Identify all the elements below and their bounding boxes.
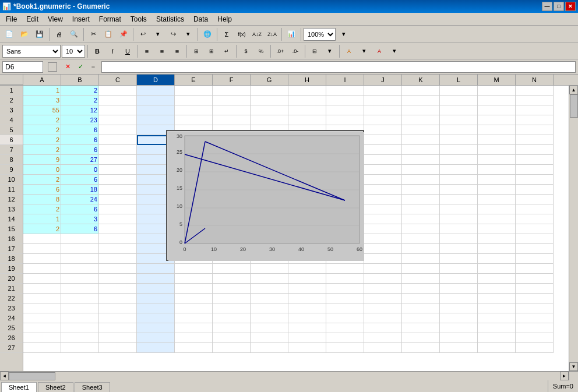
cell-J10[interactable]	[364, 175, 402, 185]
cell-N5[interactable]	[516, 125, 554, 135]
cell-G22[interactable]	[251, 294, 288, 303]
bg-color-dropdown[interactable]: ▾	[357, 44, 371, 58]
cell-A9[interactable]: 0	[23, 165, 61, 175]
cell-E1[interactable]	[175, 86, 213, 96]
col-header-J[interactable]: J	[364, 75, 402, 85]
cell-K1[interactable]	[402, 86, 440, 96]
fg-color-button[interactable]: A	[372, 44, 386, 58]
cell-J27[interactable]	[364, 343, 402, 353]
row-header-22[interactable]: 22	[0, 294, 23, 303]
wrap-button[interactable]: ↵	[220, 44, 234, 58]
cell-B1[interactable]: 2	[61, 86, 99, 96]
cell-E19[interactable]	[175, 264, 213, 274]
cell-M10[interactable]	[478, 175, 516, 185]
cell-G25[interactable]	[251, 323, 288, 333]
menu-item-statistics[interactable]: Statistics	[151, 14, 189, 24]
cell-M25[interactable]	[478, 323, 516, 333]
cell-D23[interactable]	[137, 303, 175, 313]
cell-L4[interactable]	[440, 115, 478, 125]
cell-C13[interactable]	[99, 204, 137, 214]
cell-F1[interactable]	[213, 86, 251, 96]
row-header-7[interactable]: 7	[0, 145, 23, 155]
zoom-selector[interactable]: 100% 75% 50% 150%	[304, 28, 336, 41]
cell-B19[interactable]	[61, 264, 99, 274]
cell-J4[interactable]	[364, 115, 402, 125]
cell-C2[interactable]	[99, 96, 137, 105]
cell-B26[interactable]	[61, 333, 99, 343]
cell-D3[interactable]	[137, 105, 175, 115]
cell-J16[interactable]	[364, 234, 402, 244]
cell-N6[interactable]	[516, 135, 554, 145]
cell-A25[interactable]	[23, 323, 61, 333]
cell-C11[interactable]	[99, 185, 137, 195]
new-button[interactable]: 📄	[2, 27, 16, 41]
col-header-E[interactable]: E	[175, 75, 213, 85]
cell-N27[interactable]	[516, 343, 554, 353]
undo-button[interactable]: ↩	[136, 27, 150, 41]
function-wizard-button[interactable]: =	[87, 61, 99, 73]
cell-A21[interactable]	[23, 284, 61, 294]
menu-item-file[interactable]: File	[1, 14, 22, 24]
cancel-formula-button[interactable]: ✕	[62, 61, 73, 73]
row-header-1[interactable]: 1	[0, 86, 23, 96]
cell-B6[interactable]: 6	[61, 135, 99, 145]
cell-L27[interactable]	[440, 343, 478, 353]
web-button[interactable]: 🌐	[200, 27, 214, 41]
cell-H24[interactable]	[288, 313, 326, 323]
cell-F4[interactable]	[213, 115, 251, 125]
menu-item-view[interactable]: View	[43, 14, 68, 24]
cell-K12[interactable]	[402, 195, 440, 204]
cell-K15[interactable]	[402, 224, 440, 234]
cell-N3[interactable]	[516, 105, 554, 115]
cell-L23[interactable]	[440, 303, 478, 313]
cell-H3[interactable]	[288, 105, 326, 115]
cell-F20[interactable]	[213, 274, 251, 284]
cell-G21[interactable]	[251, 284, 288, 294]
cell-D22[interactable]	[137, 294, 175, 303]
cell-D25[interactable]	[137, 323, 175, 333]
cell-J18[interactable]	[364, 254, 402, 264]
scroll-up-button[interactable]: ▲	[569, 86, 578, 94]
cell-C20[interactable]	[99, 274, 137, 284]
cell-M26[interactable]	[478, 333, 516, 343]
cell-M1[interactable]	[478, 86, 516, 96]
close-button[interactable]: ✕	[565, 2, 576, 11]
cell-A4[interactable]: 2	[23, 115, 61, 125]
cell-H25[interactable]	[288, 323, 326, 333]
cell-K3[interactable]	[402, 105, 440, 115]
cell-J6[interactable]	[364, 135, 402, 145]
cell-N17[interactable]	[516, 244, 554, 254]
cell-C19[interactable]	[99, 264, 137, 274]
cell-C4[interactable]	[99, 115, 137, 125]
cell-K8[interactable]	[402, 155, 440, 165]
cell-L13[interactable]	[440, 204, 478, 214]
row-header-11[interactable]: 11	[0, 185, 23, 195]
col-header-L[interactable]: L	[440, 75, 478, 85]
cell-M6[interactable]	[478, 135, 516, 145]
cell-A1[interactable]: 1	[23, 86, 61, 96]
cell-B23[interactable]	[61, 303, 99, 313]
cell-M4[interactable]	[478, 115, 516, 125]
print-preview-button[interactable]: 🔍	[67, 27, 81, 41]
row-header-5[interactable]: 5	[0, 125, 23, 135]
menu-item-edit[interactable]: Edit	[22, 14, 43, 24]
row-header-23[interactable]: 23	[0, 303, 23, 313]
cell-L22[interactable]	[440, 294, 478, 303]
cell-H2[interactable]	[288, 96, 326, 105]
cell-J1[interactable]	[364, 86, 402, 96]
cell-E27[interactable]	[175, 343, 213, 353]
row-header-13[interactable]: 13	[0, 204, 23, 214]
cell-B24[interactable]	[61, 313, 99, 323]
cell-G20[interactable]	[251, 274, 288, 284]
cell-D19[interactable]	[137, 264, 175, 274]
cell-F25[interactable]	[213, 323, 251, 333]
cell-K21[interactable]	[402, 284, 440, 294]
cell-K25[interactable]	[402, 323, 440, 333]
row-header-17[interactable]: 17	[0, 244, 23, 254]
row-header-3[interactable]: 3	[0, 105, 23, 115]
cell-B15[interactable]: 6	[61, 224, 99, 234]
cell-B3[interactable]: 12	[61, 105, 99, 115]
cell-J24[interactable]	[364, 313, 402, 323]
row-header-27[interactable]: 27	[0, 343, 23, 353]
row-header-2[interactable]: 2	[0, 96, 23, 105]
